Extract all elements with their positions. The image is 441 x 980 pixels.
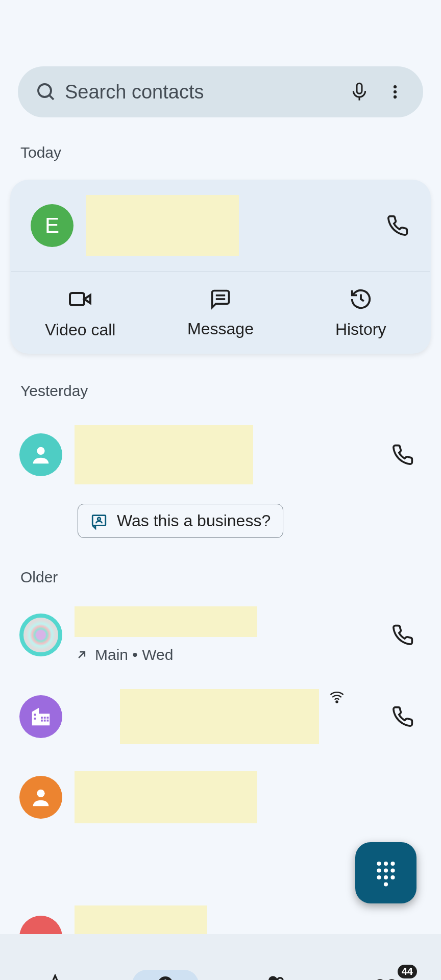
dialpad-fab[interactable]	[355, 842, 416, 903]
svg-point-34	[384, 882, 388, 886]
redacted-name	[86, 195, 239, 256]
svg-point-24	[37, 790, 44, 797]
video-call-button[interactable]: Video call	[10, 272, 151, 354]
business-prompt-chip[interactable]: Was this a business?	[78, 504, 283, 538]
call-button[interactable]	[390, 442, 415, 468]
svg-point-26	[384, 862, 388, 866]
avatar-letter: E	[31, 204, 74, 247]
svg-point-0	[38, 84, 51, 97]
svg-rect-7	[70, 293, 84, 305]
svg-point-33	[390, 875, 395, 879]
svg-point-5	[394, 90, 397, 93]
voicemail-badge: 44	[398, 965, 417, 978]
call-row[interactable]	[0, 765, 441, 830]
people-icon	[265, 973, 286, 981]
call-button[interactable]	[385, 213, 410, 238]
bottom-nav: Favorites Recents Contacts 44 Voicemail	[0, 934, 441, 980]
search-icon	[33, 82, 59, 102]
expanded-call-card: E Video call Message History	[10, 180, 431, 354]
svg-point-23	[336, 701, 338, 703]
business-prompt-label: Was this a business?	[117, 511, 271, 530]
nav-contacts[interactable]: Contacts	[220, 934, 331, 980]
call-button[interactable]	[390, 622, 415, 648]
call-card-header[interactable]: E	[10, 180, 431, 272]
call-row[interactable]: Main • Wed	[0, 601, 441, 669]
call-button[interactable]	[390, 704, 415, 729]
svg-rect-20	[41, 720, 43, 722]
voicemail-icon	[374, 972, 398, 981]
redacted-name	[75, 771, 257, 823]
phone-recents-screen: Search contacts Today E Video call Messa…	[0, 66, 441, 980]
svg-point-28	[377, 868, 381, 872]
search-bar[interactable]: Search contacts	[18, 66, 423, 117]
svg-rect-21	[44, 720, 46, 722]
svg-point-37	[270, 977, 277, 981]
svg-line-1	[50, 95, 54, 100]
svg-point-25	[377, 862, 381, 866]
more-icon[interactable]	[382, 83, 408, 101]
svg-point-4	[394, 85, 397, 88]
svg-point-13	[97, 517, 101, 520]
section-yesterday: Yesterday	[20, 382, 441, 400]
redacted-name	[75, 606, 257, 637]
svg-point-32	[384, 875, 388, 879]
section-today: Today	[20, 144, 441, 161]
svg-point-6	[394, 95, 397, 99]
message-label: Message	[187, 320, 254, 338]
nav-recents[interactable]: Recents	[110, 934, 220, 980]
svg-line-14	[79, 652, 85, 658]
svg-marker-35	[46, 975, 63, 980]
wifi-calling-icon	[329, 689, 345, 706]
nav-voicemail[interactable]: 44 Voicemail	[331, 934, 441, 980]
svg-point-11	[37, 447, 44, 455]
redacted-name	[75, 425, 253, 484]
nav-favorites[interactable]: Favorites	[0, 934, 110, 980]
svg-rect-18	[44, 717, 46, 719]
redacted-name	[75, 905, 207, 934]
avatar-image	[19, 614, 62, 656]
call-card-actions: Video call Message History	[10, 272, 431, 354]
mic-icon[interactable]	[347, 82, 372, 102]
search-placeholder: Search contacts	[65, 81, 347, 103]
svg-rect-22	[47, 720, 49, 722]
video-call-label: Video call	[45, 321, 115, 339]
clock-icon	[156, 975, 175, 981]
svg-rect-16	[34, 718, 36, 720]
section-older: Older	[20, 569, 441, 586]
svg-point-31	[377, 875, 381, 879]
svg-point-27	[390, 862, 395, 866]
svg-point-29	[384, 868, 388, 872]
svg-rect-19	[47, 717, 49, 719]
avatar-person-icon	[19, 776, 62, 819]
svg-point-38	[278, 977, 283, 980]
call-row[interactable]	[0, 420, 441, 489]
call-subtitle: Main • Wed	[75, 646, 390, 664]
redacted-name	[120, 689, 319, 744]
call-row-cutoff[interactable]	[19, 905, 415, 934]
history-button[interactable]: History	[290, 272, 431, 354]
dialpad-icon	[372, 859, 400, 887]
call-row[interactable]	[0, 684, 441, 749]
history-label: History	[335, 320, 386, 339]
message-button[interactable]: Message	[151, 272, 291, 354]
svg-point-30	[390, 868, 395, 872]
avatar-person-icon	[19, 433, 62, 476]
svg-rect-15	[34, 714, 36, 716]
avatar-building-icon	[19, 695, 62, 738]
star-icon	[45, 974, 65, 981]
outgoing-call-icon	[75, 648, 89, 662]
svg-rect-17	[41, 717, 43, 719]
avatar-letter	[19, 916, 62, 934]
svg-rect-2	[357, 83, 362, 93]
